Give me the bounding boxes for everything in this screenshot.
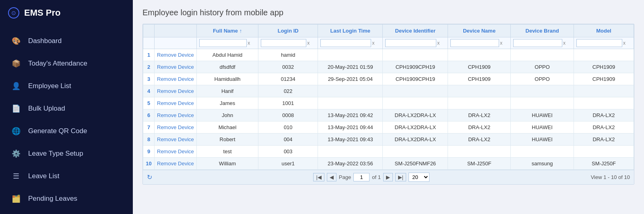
cell-device_name bbox=[448, 97, 511, 109]
remove-device-button[interactable]: Remove Device bbox=[157, 88, 194, 94]
filter-login-id-clear[interactable]: x bbox=[307, 40, 310, 46]
employee-list-icon: 👤 bbox=[11, 81, 21, 91]
col-header-device_name: Device Name bbox=[448, 25, 511, 37]
cell-last_login_time: 13-May-2021 09:44 bbox=[318, 121, 383, 134]
remove-device-button[interactable]: Remove Device bbox=[157, 136, 194, 142]
cell-device_identifier bbox=[383, 85, 448, 97]
col-header-device_identifier: Device Identifier bbox=[383, 25, 448, 37]
row-number: 2 bbox=[143, 61, 155, 73]
cell-model bbox=[574, 146, 634, 158]
dashboard-icon: 🎨 bbox=[11, 36, 21, 46]
filter-device-brand-input[interactable] bbox=[513, 39, 562, 47]
sidebar: ⊙ EMS Pro 🎨Dashboard📦Today's Attendance👤… bbox=[0, 0, 133, 214]
remove-device-cell: Remove Device bbox=[155, 134, 197, 146]
employee-login-table-container: Full Name ↑Login IDLast Login TimeDevice… bbox=[142, 24, 634, 185]
sidebar-item-leave-type-setup[interactable]: ⚙️Leave Type Setup bbox=[0, 142, 133, 165]
filter-device-brand: x bbox=[511, 37, 574, 49]
next-page-button[interactable]: ▶ bbox=[383, 173, 393, 181]
table-row: 5Remove DeviceJames1001 bbox=[143, 97, 634, 109]
cell-device_identifier bbox=[383, 97, 448, 109]
pagination-controls: |◀ ◀ Page of 1 ▶ ▶| 20 50 100 bbox=[313, 173, 429, 182]
remove-device-button[interactable]: Remove Device bbox=[157, 100, 194, 106]
remove-device-button[interactable]: Remove Device bbox=[157, 64, 194, 70]
cell-device_name: SM-J250F bbox=[448, 158, 511, 170]
cell-login_id: hamid bbox=[258, 49, 318, 61]
filter-device-identifier-clear[interactable]: x bbox=[437, 40, 440, 46]
remove-device-button[interactable]: Remove Device bbox=[157, 112, 194, 118]
refresh-icon[interactable]: ↻ bbox=[147, 173, 152, 181]
cell-login_id: 1001 bbox=[258, 97, 318, 109]
remove-device-button[interactable]: Remove Device bbox=[157, 148, 194, 154]
filter-device-name-clear[interactable]: x bbox=[500, 40, 502, 46]
sidebar-item-generate-qr-code[interactable]: 🌐Generate QR Code bbox=[0, 120, 133, 142]
of-label: of 1 bbox=[372, 174, 381, 180]
employee-login-table: Full Name ↑Login IDLast Login TimeDevice… bbox=[143, 24, 634, 170]
cell-device_brand: OPPO bbox=[511, 73, 574, 85]
remove-device-cell: Remove Device bbox=[155, 109, 197, 121]
filter-login-id-input[interactable] bbox=[261, 39, 306, 47]
cell-login_id: 004 bbox=[258, 134, 318, 146]
sidebar-item-label: Leave Type Setup bbox=[28, 150, 83, 158]
cell-last_login_time: 29-Sep-2021 05:04 bbox=[318, 73, 383, 85]
cell-last_login_time: 13-May-2021 09:43 bbox=[318, 134, 383, 146]
sidebar-item-employee-list[interactable]: 👤Employee List bbox=[0, 75, 133, 97]
sidebar-item-today-attendance[interactable]: 📦Today's Attendance bbox=[0, 52, 133, 75]
last-page-button[interactable]: ▶| bbox=[395, 173, 406, 181]
filter-full-name: x bbox=[196, 37, 258, 49]
per-page-select[interactable]: 20 50 100 bbox=[409, 173, 429, 182]
filter-full-name-input[interactable] bbox=[199, 39, 247, 47]
row-number: 5 bbox=[143, 97, 155, 109]
sidebar-item-label: Leave List bbox=[28, 172, 60, 180]
cell-last_login_time bbox=[318, 146, 383, 158]
cell-model: DRA-LX2 bbox=[574, 134, 634, 146]
sidebar-item-dashboard[interactable]: 🎨Dashboard bbox=[0, 30, 133, 52]
cell-login_id: 010 bbox=[258, 121, 318, 134]
cell-model: DRA-LX2 bbox=[574, 121, 634, 134]
leave-list-icon: ☰ bbox=[11, 171, 21, 181]
filter-model-clear[interactable]: x bbox=[623, 40, 625, 46]
filter-model-input[interactable] bbox=[576, 39, 622, 47]
filter-device-identifier-input[interactable] bbox=[385, 39, 436, 47]
sidebar-item-leave-list[interactable]: ☰Leave List bbox=[0, 165, 133, 187]
cell-last_login_time bbox=[318, 49, 383, 61]
cell-device_identifier bbox=[383, 146, 448, 158]
col-header-full_name[interactable]: Full Name ↑ bbox=[196, 25, 258, 37]
filter-last-login-input[interactable] bbox=[320, 39, 371, 47]
cell-device_brand: HUAWEI bbox=[511, 121, 574, 134]
cell-device_brand: HUAWEI bbox=[511, 109, 574, 121]
cell-login_id: 01234 bbox=[258, 73, 318, 85]
cell-model bbox=[574, 97, 634, 109]
table-row: 8Remove DeviceRobert00413-May-2021 09:43… bbox=[143, 134, 634, 146]
app-name: EMS Pro bbox=[24, 8, 60, 18]
cell-model: DRA-LX2 bbox=[574, 109, 634, 121]
remove-device-button[interactable]: Remove Device bbox=[157, 160, 194, 167]
filter-device-name-input[interactable] bbox=[450, 39, 499, 47]
cell-device_identifier: DRA-LX2DRA-LX bbox=[383, 109, 448, 121]
sidebar-item-pending-leaves[interactable]: 🗂️Pending Leaves bbox=[0, 187, 133, 210]
filter-row: x x x bbox=[143, 37, 634, 49]
cell-device_name: CPH1909 bbox=[448, 61, 511, 73]
filter-device-brand-clear[interactable]: x bbox=[563, 40, 566, 46]
row-number: 8 bbox=[143, 134, 155, 146]
sidebar-item-bulk-upload[interactable]: 📄Bulk Upload bbox=[0, 97, 133, 120]
prev-page-button[interactable]: ◀ bbox=[327, 173, 336, 181]
filter-full-name-clear[interactable]: x bbox=[248, 40, 250, 46]
remove-device-button[interactable]: Remove Device bbox=[157, 76, 194, 82]
sidebar-item-label: Generate QR Code bbox=[28, 127, 87, 135]
filter-last-login-clear[interactable]: x bbox=[372, 40, 374, 46]
filter-action bbox=[155, 37, 197, 49]
sidebar-item-label: Pending Leaves bbox=[28, 195, 77, 203]
remove-device-button[interactable]: Remove Device bbox=[157, 52, 194, 58]
logo-icon: ⊙ bbox=[8, 7, 19, 19]
col-header-model: Model bbox=[574, 25, 634, 37]
first-page-button[interactable]: |◀ bbox=[313, 173, 324, 181]
cell-last_login_time: 23-May-2022 03:56 bbox=[318, 158, 383, 170]
cell-device_brand: OPPO bbox=[511, 61, 574, 73]
row-number: 10 bbox=[143, 158, 155, 170]
col-header-action bbox=[155, 25, 197, 37]
remove-device-button[interactable]: Remove Device bbox=[157, 124, 194, 130]
page-number-input[interactable] bbox=[353, 173, 369, 181]
cell-full_name: Hamiduallh bbox=[196, 73, 258, 85]
cell-device_brand: HUAWEI bbox=[511, 134, 574, 146]
table-row: 7Remove DeviceMichael01013-May-2021 09:4… bbox=[143, 121, 634, 134]
